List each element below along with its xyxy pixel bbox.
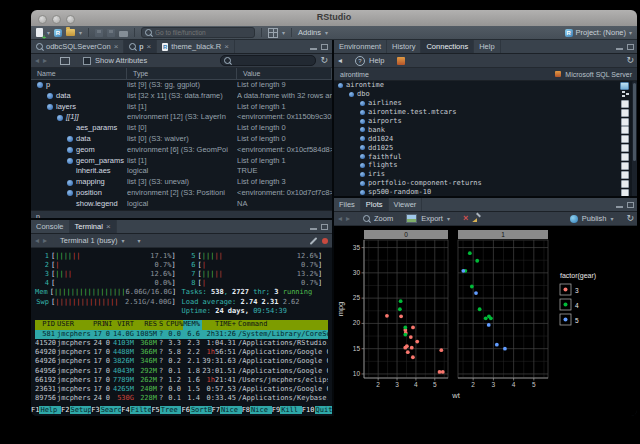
- help-label[interactable]: Help: [369, 56, 384, 65]
- table-icon[interactable]: [621, 135, 629, 143]
- column-command[interactable]: Command: [238, 320, 328, 330]
- fkey-f6[interactable]: F6SortBy: [181, 405, 211, 415]
- zoom-button[interactable]: Zoom: [374, 214, 393, 223]
- connection-tree-item[interactable]: airontime: [334, 81, 637, 90]
- tab-plots[interactable]: Plots: [361, 198, 389, 211]
- fkey-f10[interactable]: F10Quit: [302, 405, 332, 415]
- explorer-row[interactable]: layerslist [1]List of length 1: [31, 102, 332, 113]
- expander-icon[interactable]: [67, 158, 73, 164]
- open-in-new-window-icon[interactable]: [60, 57, 70, 65]
- column-pri[interactable]: PRI: [93, 320, 104, 330]
- export-image-icon[interactable]: [406, 214, 417, 223]
- expander-icon[interactable]: [67, 180, 73, 186]
- table-icon[interactable]: [621, 126, 629, 134]
- expander-icon[interactable]: [47, 93, 53, 99]
- scrollbar[interactable]: [632, 81, 637, 196]
- chevron-down-icon[interactable]: ▾: [122, 238, 125, 244]
- tab-viewer[interactable]: Viewer: [389, 198, 423, 211]
- connection-tree-item[interactable]: flights: [334, 161, 637, 170]
- forward-icon[interactable]: ▸: [43, 237, 47, 245]
- connection-tree-item[interactable]: airlines: [334, 99, 637, 108]
- back-icon[interactable]: ◂: [338, 215, 342, 223]
- expander-icon[interactable]: [360, 127, 365, 132]
- table-icon[interactable]: [621, 189, 629, 196]
- expander-icon[interactable]: [360, 154, 365, 159]
- explorer-row[interactable]: datalist [0] (S3: waiver)List of length …: [31, 134, 332, 145]
- close-icon[interactable]: ×: [224, 43, 229, 51]
- tab-odbcsqlsevercon[interactable]: odbcSQLSeverCon ×: [31, 40, 124, 53]
- fkey-f8[interactable]: F8Nice +: [242, 405, 272, 415]
- tab-connections[interactable]: Connections: [421, 40, 474, 53]
- column-name[interactable]: Name: [31, 68, 127, 79]
- back-icon[interactable]: ◂: [35, 237, 39, 245]
- explorer-search[interactable]: [220, 55, 316, 66]
- tab-files[interactable]: Files: [334, 198, 361, 211]
- fkey-f9[interactable]: F9Kill: [272, 405, 302, 415]
- new-project-icon[interactable]: [54, 29, 62, 37]
- table-icon[interactable]: [621, 144, 629, 152]
- connection-tree-item[interactable]: sp500-random-10: [334, 188, 637, 196]
- connection-tree-item[interactable]: dd1025: [334, 143, 637, 152]
- tab-theme-black-r[interactable]: theme_black.R ×: [157, 40, 235, 53]
- connection-tree-item[interactable]: faithful: [334, 152, 637, 161]
- close-icon[interactable]: ×: [106, 223, 111, 231]
- expander-icon[interactable]: [360, 136, 365, 141]
- table-icon[interactable]: [621, 153, 629, 161]
- table-icon[interactable]: [621, 118, 629, 126]
- explorer-row[interactable]: show.legendlogicalNA: [31, 199, 332, 210]
- fkey-f7[interactable]: F7Nice -: [212, 405, 242, 415]
- connection-tree-item[interactable]: airports: [334, 117, 637, 126]
- expander-icon[interactable]: [57, 115, 63, 121]
- table-icon[interactable]: [621, 171, 629, 179]
- column-virt[interactable]: VIRT: [112, 320, 136, 330]
- chevron-down-icon[interactable]: ▾: [610, 216, 613, 222]
- expander-icon[interactable]: [360, 119, 365, 124]
- expander-icon[interactable]: [360, 110, 365, 115]
- connection-tree-item[interactable]: iris: [334, 170, 637, 179]
- help-icon[interactable]: ?: [355, 56, 365, 66]
- publish-icon[interactable]: [570, 215, 578, 223]
- connection-tree-item[interactable]: dd1024: [334, 134, 637, 143]
- expander-icon[interactable]: [37, 82, 43, 88]
- process-table-header[interactable]: PIDUSERPRINIVIRTRESSCPU%MEM%TIME+Command: [35, 320, 328, 330]
- table-icon[interactable]: [621, 162, 629, 170]
- column-time[interactable]: TIME+: [202, 320, 238, 330]
- sql-connection-icon[interactable]: [397, 57, 405, 65]
- scrollbar-thumb[interactable]: [633, 83, 636, 161]
- fkey-f1[interactable]: F1Help: [31, 405, 61, 415]
- fkey-f5[interactable]: F5Tree: [151, 405, 181, 415]
- close-icon[interactable]: ×: [146, 43, 151, 51]
- expander-icon[interactable]: [360, 163, 365, 168]
- tab-environment[interactable]: Environment: [334, 40, 387, 53]
- expander-icon[interactable]: [338, 83, 343, 88]
- chevron-down-icon[interactable]: ▾: [447, 216, 450, 222]
- remove-plot-icon[interactable]: ×: [463, 214, 468, 223]
- column-pid[interactable]: PID: [35, 320, 57, 330]
- expander-icon[interactable]: [349, 92, 354, 97]
- show-attributes-checkbox[interactable]: [83, 57, 91, 65]
- expander-icon[interactable]: [360, 172, 365, 177]
- explorer-row[interactable]: inherit.aeslogicalTRUE: [31, 166, 332, 177]
- connection-tree-item[interactable]: bank: [334, 125, 637, 134]
- tab-terminal[interactable]: Terminal ×: [70, 220, 117, 233]
- explorer-row[interactable]: geom_paramslist [1]List of length 1: [31, 156, 332, 167]
- tab-history[interactable]: History: [387, 40, 421, 53]
- clear-all-plots-icon[interactable]: [472, 214, 481, 223]
- expander-icon[interactable]: [360, 190, 365, 195]
- export-button[interactable]: Export: [421, 214, 443, 223]
- connection-icon[interactable]: [620, 82, 629, 90]
- refresh-icon[interactable]: ↻: [626, 56, 634, 65]
- column-user[interactable]: USER: [57, 320, 93, 330]
- connection-tree-item[interactable]: dbo: [334, 90, 637, 99]
- chevron-down-icon[interactable]: ▾: [325, 30, 328, 36]
- pane-layout-icon[interactable]: [268, 28, 278, 38]
- column-s[interactable]: S: [159, 320, 166, 330]
- schema-icon[interactable]: [622, 91, 629, 97]
- minimize-pane-icon[interactable]: [310, 228, 317, 230]
- zoom-icon[interactable]: [363, 215, 370, 222]
- chevron-down-icon[interactable]: ▾: [47, 30, 50, 36]
- chevron-down-icon[interactable]: ▾: [79, 30, 82, 36]
- explorer-row[interactable]: geomenvironment [6] (S3: GeomPoi<environ…: [31, 145, 332, 156]
- table-icon[interactable]: [621, 100, 629, 108]
- project-menu[interactable]: Project: (None) ▾: [565, 28, 632, 37]
